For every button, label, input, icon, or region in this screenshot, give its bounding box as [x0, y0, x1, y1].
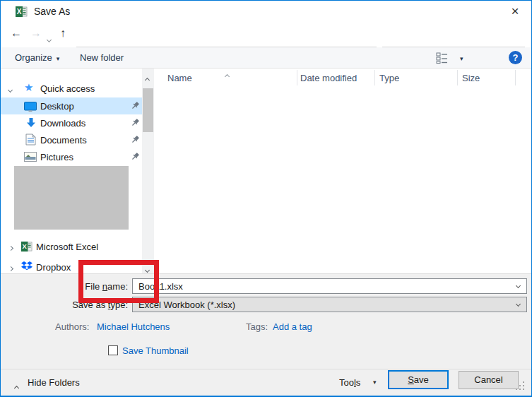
- sidebar-item-label: Pictures: [40, 152, 73, 162]
- svg-text:X: X: [23, 242, 28, 250]
- scrollbar-thumb[interactable]: [143, 88, 153, 132]
- sidebar-item-label: Documents: [40, 135, 87, 146]
- quick-access-star-icon: ★: [24, 81, 33, 94]
- resize-grip[interactable]: [516, 381, 517, 383]
- tools-button[interactable]: Tools: [339, 377, 360, 388]
- main-area: ★ Quick access Desktop: [1, 69, 531, 273]
- authors-value[interactable]: Michael Hutchens: [97, 321, 170, 332]
- sidebar-scrollbar[interactable]: [142, 69, 154, 273]
- chevron-down-icon[interactable]: [516, 283, 521, 288]
- back-icon[interactable]: ←: [11, 27, 22, 40]
- save-as-dialog: X Save As × ← → ↑ › This PC › Desktop ↻: [0, 0, 532, 397]
- forward-icon[interactable]: →: [30, 27, 42, 40]
- annotation-highlight-box: [78, 260, 159, 303]
- column-header-size[interactable]: Size: [462, 73, 480, 83]
- save-as-type-select[interactable]: Excel Workbook (*.xlsx): [132, 297, 527, 312]
- tags-label: Tags:: [246, 321, 268, 332]
- file-name-input[interactable]: [138, 280, 506, 292]
- column-header-type[interactable]: Type: [379, 73, 399, 83]
- excel-icon: X: [21, 241, 32, 252]
- save-thumbnail-checkbox[interactable]: [108, 345, 118, 355]
- excel-app-icon: X: [16, 6, 28, 18]
- chevron-down-icon[interactable]: [8, 83, 12, 94]
- column-header-name[interactable]: Name: [167, 73, 192, 83]
- scroll-up-icon[interactable]: [146, 73, 149, 84]
- sidebar-item-label: Dropbox: [36, 262, 71, 273]
- sidebar-item-desktop[interactable]: Desktop: [1, 97, 142, 114]
- sidebar-item-label: Quick access: [40, 83, 95, 94]
- desktop-icon: [24, 101, 37, 112]
- pin-icon: [131, 135, 140, 144]
- chevron-down-icon[interactable]: [516, 302, 521, 307]
- footer-bar: Hide Folders Tools ▾ Save Cancel: [1, 369, 531, 396]
- views-icon[interactable]: [436, 52, 449, 64]
- column-divider[interactable]: [374, 70, 375, 85]
- up-icon[interactable]: ↑: [60, 27, 66, 40]
- redacted-region: [14, 166, 129, 230]
- command-toolbar: Organize▾ New folder ▾ ?: [1, 47, 531, 69]
- column-divider[interactable]: [297, 70, 297, 85]
- sidebar-item-documents[interactable]: Documents: [1, 131, 142, 148]
- recent-locations-icon[interactable]: [47, 33, 51, 44]
- sidebar-item-microsoft-excel[interactable]: X Microsoft Excel: [1, 238, 142, 255]
- save-thumbnail-label[interactable]: Save Thumbnail: [122, 345, 189, 356]
- column-divider[interactable]: [515, 70, 516, 85]
- file-name-combo[interactable]: [132, 278, 527, 294]
- new-folder-button[interactable]: New folder: [80, 52, 124, 63]
- tools-caret-icon[interactable]: ▾: [373, 379, 377, 386]
- hide-folders-button[interactable]: Hide Folders: [28, 377, 80, 388]
- pin-icon: [131, 118, 140, 127]
- list-header: Name Date modified Type Size: [154, 69, 531, 87]
- sidebar-item-label: Microsoft Excel: [36, 242, 98, 252]
- sidebar-item-pictures[interactable]: Pictures: [1, 148, 142, 165]
- sidebar-item-quick-access[interactable]: ★ Quick access: [1, 80, 142, 97]
- sidebar-item-downloads[interactable]: Downloads: [1, 114, 142, 131]
- help-icon[interactable]: ?: [509, 51, 522, 64]
- downloads-icon: [25, 117, 37, 129]
- sidebar-item-label: Downloads: [40, 118, 85, 129]
- views-caret-icon[interactable]: ▾: [460, 55, 463, 62]
- pin-icon: [131, 152, 140, 161]
- column-header-date-modified[interactable]: Date modified: [300, 73, 357, 83]
- organize-button[interactable]: Organize▾: [15, 52, 59, 63]
- authors-label: Authors:: [55, 321, 89, 332]
- chevron-right-icon[interactable]: [9, 262, 13, 273]
- dialog-title: Save As: [34, 6, 70, 17]
- pictures-icon: [24, 152, 37, 162]
- save-button[interactable]: Save: [388, 370, 449, 389]
- navigation-bar: ← → ↑ › This PC › Desktop ↻: [1, 22, 531, 47]
- sidebar-item-label: Desktop: [40, 101, 74, 112]
- svg-text:X: X: [17, 8, 22, 16]
- cancel-button[interactable]: Cancel: [459, 371, 519, 389]
- title-bar: X Save As ×: [1, 1, 531, 22]
- pin-icon: [131, 101, 140, 110]
- organize-caret-icon: ▾: [57, 55, 60, 62]
- close-icon[interactable]: ×: [504, 2, 526, 20]
- documents-icon: [25, 134, 36, 146]
- sort-ascending-icon: [225, 70, 229, 81]
- chevron-right-icon[interactable]: [9, 242, 13, 252]
- dropbox-icon: [21, 261, 32, 272]
- file-list: Name Date modified Type Size: [154, 69, 531, 273]
- add-a-tag-link[interactable]: Add a tag: [273, 321, 312, 332]
- column-divider[interactable]: [457, 70, 458, 85]
- navigation-pane: ★ Quick access Desktop: [1, 69, 142, 273]
- chevron-up-icon[interactable]: [15, 381, 18, 392]
